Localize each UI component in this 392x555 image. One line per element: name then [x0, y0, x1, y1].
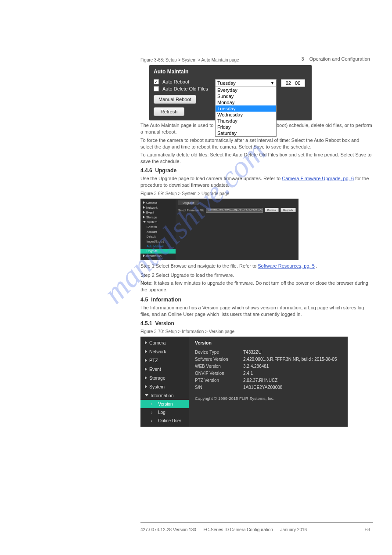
section-446-title: Upgrade — [155, 167, 176, 174]
figure-68-caption: Figure 3-68: Setup > System > Auto Maint… — [140, 58, 373, 62]
sidebar-label-information: Information — [146, 254, 162, 258]
sidebar-item-system[interactable]: System — [140, 382, 189, 391]
triangle-right-icon — [143, 206, 145, 209]
upgrade-para-1a: Use the Upgrade page to load camera firm… — [140, 176, 282, 181]
sidebar-item-network[interactable]: Network — [140, 205, 176, 210]
auto-maintain-panel: Auto Maintain Auto Reboot Auto Delete Ol… — [149, 65, 312, 120]
dropdown-item-saturday[interactable]: Saturday — [216, 130, 276, 136]
upgrade-step-1b: . — [316, 263, 317, 268]
footer-title: FC-Series ID Camera Configuration — [203, 527, 273, 532]
triangle-right-icon — [145, 350, 147, 353]
browse-button[interactable]: Browse — [265, 208, 279, 212]
sidebar-sub-log[interactable]: › Log — [140, 408, 189, 417]
auto-reboot-label: Auto Reboot — [162, 79, 189, 84]
dropdown-item-wednesday[interactable]: Wednesday — [216, 112, 276, 118]
sidebar-sub-upgrade[interactable]: Upgrade — [140, 249, 176, 254]
sidebar-label: PTZ — [149, 358, 158, 363]
sidebar-label: Network — [149, 349, 166, 354]
upgrade-tab[interactable]: Upgrade — [178, 200, 199, 205]
refresh-button[interactable]: Refresh — [154, 107, 184, 116]
firmware-file-label: Select Firmware File — [178, 209, 204, 212]
kv-row: Software Version2.420.0001.3.R.FFFF.3N.N… — [195, 357, 342, 362]
upgrade-sidebar: Camera Network Event Storage System Gene… — [140, 199, 176, 260]
kv-value: T4332ZU — [243, 350, 262, 355]
version-sidebar: Camera Network PTZ Event Storage System … — [140, 337, 189, 427]
version-panel: Camera Network PTZ Event Storage System … — [140, 337, 348, 427]
section-45-heading: 4.5 Information — [140, 297, 373, 303]
triangle-right-icon — [143, 254, 145, 257]
dropdown-item-sunday[interactable]: Sunday — [216, 93, 276, 99]
top-divider — [140, 53, 373, 53]
sidebar-item-storage[interactable]: Storage — [140, 374, 189, 382]
sidebar-sub-label: Online User — [158, 418, 181, 423]
bullet-icon: › — [151, 410, 152, 415]
triangle-right-icon — [143, 201, 145, 204]
kv-row: WEB Version3.2.4.286481 — [195, 364, 342, 369]
sidebar-label: Camera — [149, 340, 165, 345]
dropdown-item-everyday[interactable]: Everyday — [216, 87, 276, 93]
footer-date: January 2016 — [281, 527, 307, 532]
sidebar-label: Storage — [149, 375, 165, 381]
figure-69-caption: Figure 3-69: Setup > System > Upgrade pa… — [140, 191, 373, 196]
version-title: Version — [195, 340, 342, 345]
sidebar-sub-importexport[interactable]: Import/Export — [140, 239, 176, 244]
sidebar-item-information[interactable]: Information — [140, 391, 189, 400]
sidebar-label-storage: Storage — [146, 216, 157, 219]
kv-key: PTZ Version — [195, 378, 243, 383]
chevron-down-icon: ▼ — [270, 81, 274, 85]
section-45-title: Information — [151, 297, 181, 303]
sidebar-item-camera[interactable]: Camera — [140, 338, 189, 347]
dropdown-item-tuesday[interactable]: Tuesday — [216, 105, 276, 112]
triangle-right-icon — [143, 211, 145, 214]
kv-row: S/N1A01CE2YAZ00008 — [195, 385, 342, 390]
kv-row: ONVIF Version2.4.1 — [195, 371, 342, 376]
copyright-text: Copyright © 1999-2015 FLIR Systems, Inc. — [195, 396, 342, 401]
sidebar-item-network[interactable]: Network — [140, 347, 189, 356]
software-resources-link[interactable]: Software Resources, pg. 5 — [258, 263, 315, 268]
firmware-file-input[interactable]: General_THERMAL_Eng_NP_T4_V2.420.0001.0.… — [206, 208, 263, 213]
bullet-icon: › — [151, 418, 152, 423]
sidebar-item-information[interactable]: Information — [140, 254, 176, 258]
dropdown-item-friday[interactable]: Friday — [216, 124, 276, 130]
sidebar-label: System — [149, 384, 165, 389]
sidebar-item-storage[interactable]: Storage — [140, 215, 176, 220]
time-input[interactable]: 02 : 00 — [281, 79, 305, 87]
auto-reboot-checkbox[interactable] — [154, 79, 159, 84]
kv-value: 3.2.4.286481 — [243, 364, 269, 369]
kv-key: S/N — [195, 385, 243, 390]
sidebar-sub-version[interactable]: › Version — [140, 400, 189, 408]
sidebar-sub-automaintain[interactable]: Auto Maintain — [140, 244, 176, 249]
figure-70-caption: Figure 3-70: Setup > Information > Versi… — [140, 329, 373, 334]
firmware-upgrade-link[interactable]: Camera Firmware Upgrade, pg. 6 — [282, 176, 354, 181]
sidebar-item-camera[interactable]: Camera — [140, 200, 176, 205]
kv-key: Device Type — [195, 350, 243, 355]
manual-reboot-button[interactable]: Manual Reboot — [154, 95, 196, 104]
triangle-down-icon — [145, 394, 148, 396]
upgrade-step-2: Step 2 Select Upgrade to load the firmwa… — [140, 272, 373, 279]
sidebar-item-event[interactable]: Event — [140, 210, 176, 215]
day-dropdown[interactable]: Tuesday ▼ Everyday Sunday Monday Tuesday… — [215, 79, 277, 137]
day-dropdown-selected: Tuesday — [217, 80, 236, 86]
sidebar-sub-onlineuser[interactable]: › Online User — [140, 417, 189, 425]
kv-row: PTZ Version2.02.37.RHNUCZ — [195, 378, 342, 383]
upgrade-button[interactable]: Upgrade — [281, 208, 296, 212]
triangle-right-icon — [145, 341, 147, 345]
auto-delete-checkbox[interactable] — [154, 86, 159, 91]
sidebar-sub-account[interactable]: Account — [140, 229, 176, 234]
sidebar-item-event[interactable]: Event — [140, 365, 189, 374]
dropdown-item-monday[interactable]: Monday — [216, 99, 276, 105]
sidebar-sub-default[interactable]: Default — [140, 234, 176, 239]
sidebar-sub-general[interactable]: General — [140, 225, 176, 229]
triangle-right-icon — [145, 385, 147, 388]
sidebar-label: Information — [151, 393, 174, 398]
sidebar-item-system[interactable]: System — [140, 220, 176, 225]
dropdown-item-thursday[interactable]: Thursday — [216, 118, 276, 124]
sidebar-label-system: System — [147, 221, 157, 224]
sidebar-sub-label: Log — [158, 410, 165, 415]
kv-row: Device TypeT4332ZU — [195, 350, 342, 355]
sidebar-label-camera: Camera — [146, 201, 157, 204]
sidebar-item-ptz[interactable]: PTZ — [140, 356, 189, 365]
kv-key: Software Version — [195, 357, 243, 362]
upgrade-step-1: Step 1 Select Browse and navigate to the… — [140, 263, 373, 269]
upgrade-step-1a: Step 1 Select Browse and navigate to the… — [140, 263, 258, 268]
